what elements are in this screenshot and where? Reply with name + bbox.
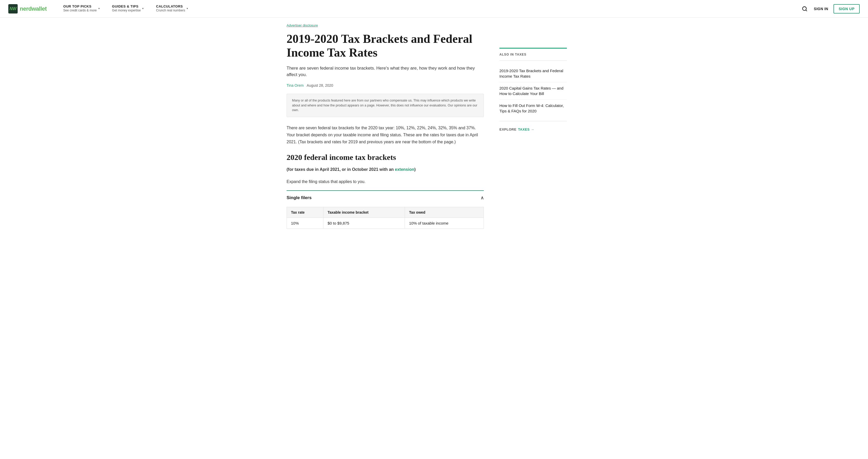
nav-calculators-title: CALCULATORS [156, 4, 185, 8]
article-title: 2019-2020 Tax Brackets and Federal Incom… [286, 32, 484, 60]
section-heading: 2020 federal income tax brackets [286, 153, 484, 162]
body-paragraph-1: There are seven federal tax brackets for… [286, 124, 484, 146]
nav-item-top-picks[interactable]: OUR TOP PICKS See credit cards & more ▾ [57, 0, 106, 18]
content-layout: 2019-2020 Tax Brackets and Federal Incom… [286, 32, 582, 229]
svg-line-1 [806, 10, 807, 11]
accordion-chevron-up: ∧ [480, 195, 484, 201]
cell-rate-0: 10% [287, 218, 323, 228]
logo-icon: NW [8, 4, 18, 13]
sidebar-explore: EXPLORE TAXES → [499, 125, 567, 131]
article-body: There are seven federal tax brackets for… [286, 124, 484, 229]
nav-calculators-sub: Crunch real numbers [156, 8, 185, 12]
nav-item-calculators-content: CALCULATORS Crunch real numbers [156, 4, 185, 12]
sidebar-top-divider [499, 48, 567, 49]
sidebar-explore-link-text: TAXES [518, 127, 530, 131]
advertiser-disclosure-bar: Advertiser disclosure [286, 18, 582, 30]
sidebar-link-2[interactable]: How to Fill Out Form W-4: Calculator, Ti… [499, 100, 567, 117]
tax-table-body: 10% $0 to $9,875 10% of taxable income [287, 218, 484, 228]
sidebar: ALSO IN TAXES 2019-2020 Tax Brackets and… [499, 32, 567, 229]
nav-guides-sub: Get money expertise [112, 8, 141, 12]
navbar: NW nerdwallet OUR TOP PICKS See credit c… [0, 0, 868, 18]
sub-heading: (for taxes due in April 2021, or in Octo… [286, 166, 484, 173]
nav-top-picks-chevron: ▾ [98, 7, 100, 10]
main-content: 2019-2020 Tax Brackets and Federal Incom… [286, 32, 484, 229]
search-icon [802, 6, 808, 12]
tax-table-head: Tax rate Taxable income bracket Tax owed [287, 207, 484, 218]
article-meta: Tina Orem August 28, 2020 [286, 83, 484, 88]
nav-item-top-picks-content: OUR TOP PICKS See credit cards & more [63, 4, 97, 12]
nav-top-picks-title: OUR TOP PICKS [63, 4, 97, 8]
accordion-single-filers: Single filers ∧ Tax rate Taxable income … [286, 190, 484, 229]
sidebar-link-0[interactable]: 2019-2020 Tax Brackets and Federal Incom… [499, 65, 567, 82]
nav-items: OUR TOP PICKS See credit cards & more ▾ … [57, 0, 801, 18]
nav-item-guides-content: GUIDES & TIPS Get money expertise [112, 4, 141, 12]
cell-bracket-0: $0 to $9,875 [323, 218, 405, 228]
sidebar-explore-prefix: EXPLORE [499, 127, 517, 131]
extension-link[interactable]: extension [395, 167, 414, 172]
cell-owed-0: 10% of taxable income [405, 218, 484, 228]
logo-nerd: nerd [20, 5, 32, 12]
sign-up-button[interactable]: SIGN UP [834, 4, 860, 13]
nav-calculators-chevron: ▾ [187, 7, 188, 10]
advertiser-disclosure-link[interactable]: Advertiser disclosure [286, 23, 318, 27]
nav-item-calculators[interactable]: CALCULATORS Crunch real numbers ▾ [150, 0, 194, 18]
sidebar-explore-link[interactable]: TAXES → [518, 127, 534, 131]
logo-text: nerdwallet [20, 5, 47, 12]
tax-table: Tax rate Taxable income bracket Tax owed… [286, 207, 484, 229]
col-income-bracket: Taxable income bracket [323, 207, 405, 218]
logo-nw-text: NW [10, 6, 17, 11]
col-tax-rate: Tax rate [287, 207, 323, 218]
article-subtitle: There are seven federal income tax brack… [286, 65, 484, 78]
sidebar-section-label: ALSO IN TAXES [499, 53, 567, 56]
sidebar-bottom-divider [499, 121, 567, 121]
partner-disclosure-text: Many or all of the products featured her… [292, 99, 477, 112]
page-container: Advertiser disclosure 2019-2020 Tax Brac… [278, 18, 590, 229]
sidebar-explore-arrow: → [531, 127, 534, 131]
logo-wallet: wallet [32, 5, 47, 12]
article-date: August 28, 2020 [307, 83, 333, 88]
partner-disclosure: Many or all of the products featured her… [286, 94, 484, 117]
sidebar-after-label-divider [499, 60, 567, 61]
author-link[interactable]: Tina Orem [286, 83, 304, 88]
nav-item-guides[interactable]: GUIDES & TIPS Get money expertise ▾ [106, 0, 150, 18]
table-row: 10% $0 to $9,875 10% of taxable income [287, 218, 484, 228]
tax-table-header-row: Tax rate Taxable income bracket Tax owed [287, 207, 484, 218]
sidebar-link-1[interactable]: 2020 Capital Gains Tax Rates — and How t… [499, 82, 567, 100]
expand-label: Expand the filing status that applies to… [286, 178, 484, 185]
accordion-label-single: Single filers [286, 195, 311, 201]
nav-guides-chevron: ▾ [142, 7, 144, 10]
search-button[interactable] [801, 5, 809, 13]
logo-link[interactable]: NW nerdwallet [8, 4, 47, 13]
sign-in-button[interactable]: SIGN IN [814, 7, 828, 11]
accordion-header-single[interactable]: Single filers ∧ [286, 191, 484, 205]
col-tax-owed: Tax owed [405, 207, 484, 218]
nav-top-picks-sub: See credit cards & more [63, 8, 97, 12]
nav-guides-title: GUIDES & TIPS [112, 4, 141, 8]
navbar-right: SIGN IN SIGN UP [801, 4, 860, 13]
